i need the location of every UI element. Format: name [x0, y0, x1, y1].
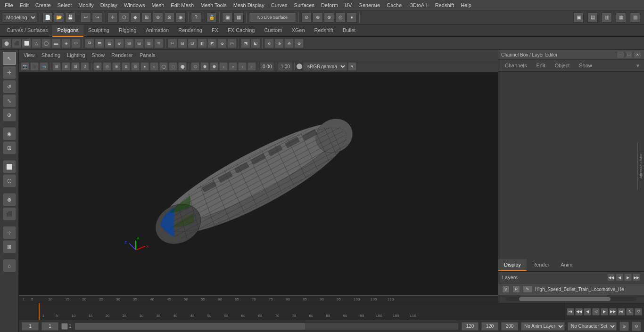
frame-current1[interactable] — [22, 322, 39, 331]
menu-surfaces[interactable]: Surfaces — [291, 1, 317, 9]
vit-rotate[interactable]: ↺ — [81, 62, 89, 71]
vit-display10[interactable]: ⬤ — [178, 62, 187, 71]
vit-gamma-arrow[interactable]: ▼ — [348, 62, 356, 71]
menu-display[interactable]: Display — [98, 1, 120, 9]
rp-tab-show[interactable]: Show — [576, 62, 595, 69]
menu-generate[interactable]: Generate — [355, 1, 383, 9]
tb2-circularize[interactable]: ◎ — [227, 39, 237, 48]
mode-dropdown[interactable]: Modeling — [2, 12, 37, 23]
pb-next-frame[interactable]: ▶▶ — [609, 308, 617, 316]
magnet-button[interactable]: ⊕ — [153, 12, 163, 23]
timeline-ruler[interactable]: 1 5 10 15 20 25 30 35 40 45 50 55 60 65 … — [38, 303, 564, 320]
menu-curves[interactable]: Curves — [268, 1, 290, 9]
layer-row[interactable]: V P ✎ High_Speed_Bullet_Train_Locomotive… — [498, 283, 644, 295]
grid-snap-btn[interactable]: ⊠ — [3, 240, 16, 253]
tb2-bevel[interactable]: ◧ — [198, 39, 207, 48]
scale-tool-btn[interactable]: ⤡ — [3, 94, 16, 107]
tab-animation[interactable]: Animation — [141, 24, 173, 37]
layer-visibility[interactable]: V — [502, 285, 510, 293]
rp-main-tab-display[interactable]: Display — [498, 259, 527, 271]
rp-main-tab-render[interactable]: Render — [527, 259, 555, 271]
vit-cam1[interactable]: 📷 — [21, 62, 29, 71]
marquee-btn[interactable]: ⬜ — [3, 160, 16, 173]
tb2-deform3[interactable]: ⬘ — [284, 39, 294, 48]
vp-menu-show[interactable]: Show — [90, 52, 107, 58]
menu-modify[interactable]: Modify — [75, 1, 96, 9]
tb2-torus[interactable]: ◯ — [41, 39, 51, 48]
tb2-bool[interactable]: ⊕ — [115, 39, 124, 48]
menu-mesh-display[interactable]: Mesh Display — [231, 1, 267, 9]
tb2-smooth[interactable]: ≋ — [154, 39, 164, 48]
rp-tab-object[interactable]: Object — [552, 62, 572, 69]
panel-close[interactable]: ✕ — [634, 51, 641, 58]
vit-display9[interactable]: ◌ — [169, 62, 177, 71]
snap-btn[interactable]: ⊹ — [3, 226, 16, 239]
tb2-cyl[interactable]: ⬜ — [22, 39, 31, 48]
anim-range-bar[interactable] — [74, 323, 459, 330]
right-panel-btn2[interactable]: ▤ — [587, 12, 598, 23]
layer-scrollbar-thumb[interactable] — [519, 297, 611, 301]
tab-fx[interactable]: FX — [207, 24, 223, 37]
tb2-uv-layout[interactable]: ⬕ — [251, 39, 260, 48]
menu-select[interactable]: Select — [55, 1, 75, 9]
tb2-deform1[interactable]: ⬖ — [264, 39, 274, 48]
panel-maximize[interactable]: □ — [625, 51, 633, 58]
lasso-btn[interactable]: ⬡ — [3, 174, 16, 187]
no-character-set-dropdown[interactable]: No Character Set — [568, 322, 617, 331]
vit-display2[interactable]: ◎ — [103, 62, 111, 71]
viewport-canvas[interactable]: X Y Z persp 1 5 10 15 — [19, 73, 498, 303]
tb2-plane[interactable]: ▬ — [51, 39, 61, 48]
menu-3dtall[interactable]: -3DtoAll- — [405, 1, 431, 9]
char-set-btn1[interactable]: ⊕ — [619, 322, 629, 331]
vp-menu-renderer[interactable]: Renderer — [109, 52, 135, 58]
pb-loop[interactable]: ↻ — [626, 308, 634, 316]
tab-sculpting[interactable]: Sculpting — [83, 24, 114, 37]
vit-extra2[interactable]: ⬢ — [200, 62, 209, 71]
vit-display5[interactable]: ⊙ — [131, 62, 140, 71]
vit-extra3[interactable]: ⬣ — [210, 62, 218, 71]
tb2-extrude[interactable]: ⧉ — [85, 39, 94, 48]
redo-button[interactable]: ↪ — [92, 12, 102, 23]
rp-tab-channels[interactable]: Channels — [502, 62, 529, 69]
layer-scrollbar[interactable] — [506, 297, 636, 301]
snap-button[interactable]: ⊞ — [141, 12, 152, 23]
menu-windows[interactable]: Windows — [121, 1, 148, 9]
tb2-poke[interactable]: ◩ — [207, 39, 217, 48]
menu-create[interactable]: Create — [33, 1, 54, 9]
pb-play-back[interactable]: ◁ — [592, 308, 600, 316]
xray-btn[interactable]: ⊗ — [3, 193, 16, 206]
show-manip-btn[interactable]: ⊞ — [3, 141, 16, 154]
menu-uv[interactable]: UV — [342, 1, 355, 9]
paint-tool[interactable]: ◆ — [130, 12, 140, 23]
tab-rigging[interactable]: Rigging — [114, 24, 141, 37]
tb2-combine[interactable]: ⊞ — [124, 39, 134, 48]
soft-select-btn[interactable]: ◉ — [3, 127, 16, 140]
vit-display4[interactable]: ⊗ — [122, 62, 130, 71]
tb2-deform4[interactable]: ⬙ — [294, 39, 304, 48]
pb-prev-frame[interactable]: ◀ — [584, 308, 591, 316]
no-live-surface[interactable]: No Live Surface — [249, 12, 296, 23]
attr-editor-tab[interactable]: Attribute Editor — [637, 143, 644, 190]
rp-main-tab-anim[interactable]: Anim — [555, 259, 578, 271]
anim-end-field[interactable] — [462, 322, 479, 331]
layer-nav-prev2[interactable]: ◀ — [616, 274, 623, 281]
vit-gamma-indicator[interactable] — [297, 64, 302, 69]
tb2-cut[interactable]: ✂ — [168, 39, 177, 48]
new-button[interactable]: 📄 — [42, 12, 53, 23]
vit-grid3[interactable]: ⊠ — [71, 62, 80, 71]
tab-polygons[interactable]: Polygons — [52, 24, 83, 37]
vit-extra1[interactable]: ⬡ — [191, 62, 199, 71]
tb2-wedge[interactable]: ⬙ — [217, 39, 227, 48]
vp-menu-panels[interactable]: Panels — [138, 52, 157, 58]
tb2-sphere[interactable]: ⬤ — [2, 39, 11, 48]
tab-xgen[interactable]: XGen — [287, 24, 309, 37]
tb2-cone[interactable]: △ — [32, 39, 41, 48]
vit-extra7[interactable]: ⬩ — [248, 62, 256, 71]
menu-file[interactable]: File — [2, 1, 16, 9]
tb2-disk[interactable]: ◈ — [61, 39, 71, 48]
cam-btn1[interactable]: ⊙ — [301, 12, 312, 23]
rp-collapse-arrow[interactable]: ▼ — [636, 63, 640, 68]
tab-redshift[interactable]: Redshift — [310, 24, 338, 37]
menu-cache[interactable]: Cache — [384, 1, 405, 9]
playback-start-field[interactable] — [481, 322, 498, 331]
